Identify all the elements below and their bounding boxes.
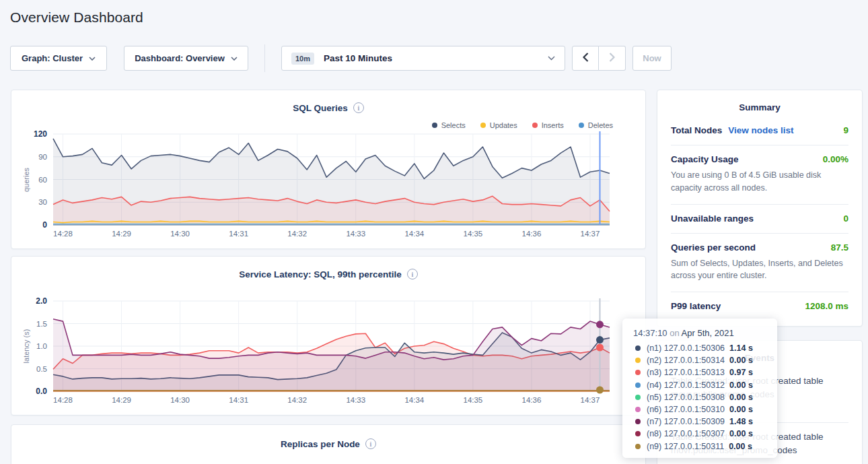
svg-text:60: 60 <box>38 176 47 184</box>
tooltip-node-label: (n9) 127.0.0.1:50311 <box>647 442 724 451</box>
capacity-usage-description: You are using 0 B of 4.5 GiB usable disk… <box>671 169 848 195</box>
info-icon[interactable]: i <box>365 438 376 449</box>
series-color-dot <box>635 345 641 351</box>
dashboard-dropdown-label: Dashboard: Overview <box>135 53 225 63</box>
tooltip-node-value: 0.00 s <box>729 429 753 438</box>
time-nav-button-group <box>572 46 626 71</box>
time-range-selector[interactable]: 10m Past 10 Minutes <box>281 46 565 71</box>
p99-latency-label: P99 latency <box>671 301 721 311</box>
next-time-window-button[interactable] <box>599 46 626 71</box>
service-latency-chart[interactable]: 0.00.51.01.52.014:2814:2914:3014:3114:32… <box>11 294 647 409</box>
tooltip-node-label: (n5) 127.0.0.1:50308 <box>647 393 725 402</box>
svg-text:14:29: 14:29 <box>112 396 131 404</box>
previous-time-window-button[interactable] <box>572 46 599 71</box>
svg-text:1.5: 1.5 <box>36 320 47 328</box>
tooltip-timestamp: 14:37:10 on Apr 5th, 2021 <box>633 328 777 338</box>
svg-text:14:35: 14:35 <box>463 230 482 238</box>
tooltip-row: (n7) 127.0.0.1:503091.48 s <box>633 416 777 428</box>
legend-dot <box>532 123 538 128</box>
capacity-usage-value: 0.00% <box>823 154 848 164</box>
series-color-dot <box>635 419 641 424</box>
chevron-down-icon <box>548 56 555 61</box>
svg-text:14:30: 14:30 <box>170 396 190 404</box>
tooltip-node-label: (n8) 127.0.0.1:50307 <box>647 429 725 438</box>
dashboard-dropdown[interactable]: Dashboard: Overview <box>124 46 248 71</box>
sql-queries-chart-title: SQL Queries <box>293 103 348 113</box>
svg-text:14:29: 14:29 <box>112 230 131 238</box>
series-color-dot <box>635 431 641 436</box>
service-latency-card: Service Latency: SQL, 99th percentile i … <box>11 256 646 416</box>
svg-text:0.5: 0.5 <box>36 365 47 373</box>
view-nodes-list-link[interactable]: View nodes list <box>728 125 793 135</box>
tooltip-node-value: 0.00 s <box>729 380 753 390</box>
svg-text:14:31: 14:31 <box>229 396 248 404</box>
tooltip-node-label: (n2) 127.0.0.1:50314 <box>647 356 725 365</box>
tooltip-row: (n2) 127.0.0.1:503140.00 s <box>633 354 777 366</box>
queries-per-second-value: 87.5 <box>831 242 848 253</box>
tooltip-node-label: (n3) 127.0.0.1:50313 <box>647 368 725 377</box>
svg-text:14:32: 14:32 <box>287 396 307 404</box>
series-color-dot <box>635 407 641 412</box>
queries-per-second-label: Queries per second <box>671 242 756 253</box>
sql-queries-chart[interactable]: 030609012014:2814:2914:3014:3114:3214:33… <box>11 129 647 243</box>
svg-text:90: 90 <box>38 153 47 161</box>
svg-text:14:34: 14:34 <box>404 396 424 404</box>
svg-text:14:28: 14:28 <box>53 396 73 404</box>
tooltip-row: (n9) 127.0.0.1:503110.00 s <box>633 440 777 453</box>
tooltip-node-label: (n6) 127.0.0.1:50310 <box>647 405 725 414</box>
tooltip-node-label: (n4) 127.0.0.1:50312 <box>647 380 725 390</box>
summary-row-total-nodes: Total Nodes View nodes list 9 <box>671 117 848 145</box>
unavailable-ranges-value: 0 <box>843 213 848 224</box>
tooltip-node-value: 0.00 s <box>729 405 753 414</box>
tooltip-node-label: (n1) 127.0.0.1:50306 <box>647 343 725 353</box>
summary-panel: Summary Total Nodes View nodes list 9 Ca… <box>657 90 863 327</box>
svg-text:14:33: 14:33 <box>346 396 365 404</box>
series-color-dot <box>635 395 641 400</box>
svg-text:14:33: 14:33 <box>346 230 365 238</box>
total-nodes-value: 9 <box>843 125 848 135</box>
svg-text:14:32: 14:32 <box>287 230 307 238</box>
replicas-chart-title: Replicas per Node <box>281 439 360 449</box>
series-color-dot <box>635 370 641 375</box>
page-title: Overview Dashboard <box>10 9 143 26</box>
legend-dot <box>480 123 486 128</box>
chart-hover-tooltip: 14:37:10 on Apr 5th, 2021 (n1) 127.0.0.1… <box>622 319 777 458</box>
info-icon[interactable]: i <box>407 269 418 279</box>
svg-text:14:37: 14:37 <box>581 230 600 238</box>
tooltip-node-value: 1.48 s <box>729 417 753 426</box>
tooltip-row: (n4) 127.0.0.1:503120.00 s <box>633 379 777 391</box>
chevron-down-icon <box>89 57 96 61</box>
chevron-right-icon <box>609 53 615 65</box>
svg-text:30: 30 <box>38 198 47 206</box>
now-button[interactable]: Now <box>632 46 672 71</box>
tooltip-node-value: 0.00 s <box>729 442 752 451</box>
info-icon[interactable]: i <box>353 102 364 113</box>
legend-dot <box>432 123 437 128</box>
service-latency-chart-title: Service Latency: SQL, 99th percentile <box>239 269 402 279</box>
svg-text:14:30: 14:30 <box>170 230 190 238</box>
summary-row-unavailable-ranges: Unavailable ranges 0 <box>671 205 848 234</box>
summary-row-qps: Queries per second 87.5 Sum of Selects, … <box>671 234 848 293</box>
svg-text:14:34: 14:34 <box>404 230 424 238</box>
time-range-label: Past 10 Minutes <box>324 53 392 63</box>
series-color-dot <box>635 358 641 363</box>
svg-text:14:36: 14:36 <box>522 396 542 404</box>
svg-text:0.0: 0.0 <box>36 387 47 396</box>
svg-text:14:28: 14:28 <box>53 230 73 238</box>
total-nodes-label: Total Nodes <box>671 125 722 135</box>
tooltip-row: (n3) 127.0.0.1:503130.97 s <box>633 366 777 378</box>
p99-latency-value: 1208.0 ms <box>805 301 848 311</box>
sql-queries-card: SQL Queries i SelectsUpdatesInsertsDelet… <box>11 90 646 249</box>
tooltip-node-value: 0.00 s <box>729 356 753 365</box>
svg-text:2.0: 2.0 <box>36 296 47 306</box>
tooltip-node-value: 1.14 s <box>729 343 753 353</box>
capacity-usage-label: Capacity Usage <box>671 154 739 164</box>
tooltip-row: (n6) 127.0.0.1:503100.00 s <box>633 403 777 416</box>
svg-text:0: 0 <box>42 220 47 230</box>
legend-dot <box>579 123 584 128</box>
graph-dropdown[interactable]: Graph: Cluster <box>10 46 107 71</box>
tooltip-row: (n1) 127.0.0.1:503061.14 s <box>633 342 777 354</box>
tooltip-node-value: 0.00 s <box>729 393 753 402</box>
replicas-per-node-card: Replicas per Node i <box>11 424 646 464</box>
tooltip-row: (n5) 127.0.0.1:503080.00 s <box>633 391 777 403</box>
